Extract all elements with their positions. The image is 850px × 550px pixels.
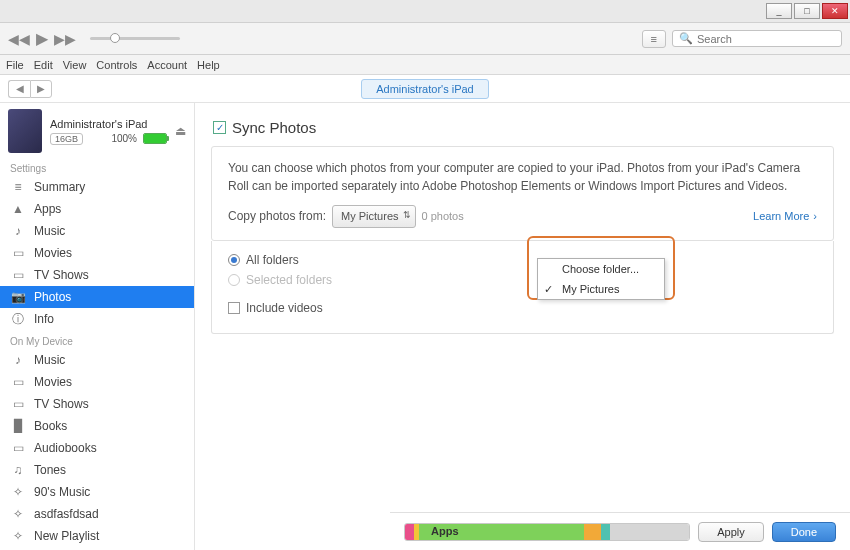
sidebar-item-new-playlist[interactable]: ✧New Playlist	[0, 525, 194, 547]
sidebar-item-label: 90's Music	[34, 485, 90, 499]
sidebar-item-icon: ▭	[10, 375, 26, 389]
done-button[interactable]: Done	[772, 522, 836, 542]
device-header: Administrator's iPad 16GB 100% ⏏	[0, 103, 194, 157]
photo-source-dropdown-menu: Choose folder... My Pictures	[537, 258, 665, 300]
menu-bar: File Edit View Controls Account Help	[0, 55, 850, 75]
device-capacity: 16GB	[50, 133, 83, 145]
sidebar-item-audiobooks[interactable]: ▭Audiobooks	[0, 437, 194, 459]
sidebar-item-icon: ✧	[10, 485, 26, 499]
minimize-button[interactable]: _	[766, 3, 792, 19]
sync-photos-checkbox[interactable]: ✓	[213, 121, 226, 134]
close-button[interactable]: ✕	[822, 3, 848, 19]
photo-source-dropdown[interactable]: My Pictures ⇅	[332, 205, 415, 228]
sidebar-item-label: Books	[34, 419, 67, 433]
sidebar-item-movies[interactable]: ▭Movies	[0, 242, 194, 264]
sidebar-item-movies[interactable]: ▭Movies	[0, 371, 194, 393]
sidebar-item-icon: ≡	[10, 180, 26, 194]
sidebar-item-label: TV Shows	[34, 397, 89, 411]
sidebar-item-label: Movies	[34, 246, 72, 260]
option-include-videos[interactable]: Include videos	[228, 301, 817, 315]
play-icon[interactable]: ▶	[36, 29, 48, 48]
radio-icon	[228, 254, 240, 266]
sidebar-item-photos[interactable]: 📷Photos	[0, 286, 194, 308]
sidebar-item-tv-shows[interactable]: ▭TV Shows	[0, 264, 194, 286]
content-pane: ✓ Sync Photos You can choose which photo…	[195, 103, 850, 550]
search-input[interactable]: 🔍	[672, 30, 842, 47]
menu-account[interactable]: Account	[147, 59, 187, 71]
usage-label: Apps	[431, 525, 459, 537]
controls-bar: ◀◀ ▶ ▶▶ ≡ 🔍	[0, 23, 850, 55]
apply-button[interactable]: Apply	[698, 522, 764, 542]
learn-more-link[interactable]: Learn More ›	[753, 208, 817, 225]
sidebar-item-icon: ▭	[10, 441, 26, 455]
section-label-settings: Settings	[0, 157, 194, 176]
storage-usage-bar: Apps	[404, 523, 690, 541]
chevron-right-icon: ›	[813, 208, 817, 225]
dropdown-option-choose-folder[interactable]: Choose folder...	[538, 259, 664, 279]
volume-slider[interactable]	[90, 37, 180, 40]
sidebar-item-label: Info	[34, 312, 54, 326]
device-name: Administrator's iPad	[50, 118, 167, 130]
sidebar-item-90-s-music[interactable]: ✧90's Music	[0, 481, 194, 503]
option-videos-label: Include videos	[246, 301, 323, 315]
window-titlebar: _ □ ✕	[0, 0, 850, 23]
sidebar-item-info[interactable]: ⓘInfo	[0, 308, 194, 330]
sidebar-item-summary[interactable]: ≡Summary	[0, 176, 194, 198]
next-icon[interactable]: ▶▶	[54, 31, 76, 47]
maximize-button[interactable]: □	[794, 3, 820, 19]
usage-segment	[601, 524, 610, 540]
sidebar-item-label: Music	[34, 224, 65, 238]
chevron-down-icon: ⇅	[403, 209, 411, 223]
sidebar-item-label: Audiobooks	[34, 441, 97, 455]
usage-segment	[405, 524, 414, 540]
sidebar-item-icon: ⓘ	[10, 311, 26, 328]
nav-forward-button[interactable]: ▶	[30, 80, 52, 98]
battery-percent: 100%	[111, 133, 137, 144]
sidebar: Administrator's iPad 16GB 100% ⏏ Setting…	[0, 103, 195, 550]
sidebar-item-icon: ▭	[10, 268, 26, 282]
sidebar-item-icon: ♫	[10, 463, 26, 477]
sidebar-item-tones[interactable]: ♫Tones	[0, 459, 194, 481]
sidebar-item-icon: ▭	[10, 397, 26, 411]
menu-edit[interactable]: Edit	[34, 59, 53, 71]
sidebar-item-music[interactable]: ♪Music	[0, 220, 194, 242]
eject-icon[interactable]: ⏏	[175, 124, 186, 138]
checkbox-icon	[228, 302, 240, 314]
sidebar-item-label: Movies	[34, 375, 72, 389]
section-label-on-device: On My Device	[0, 330, 194, 349]
menu-view[interactable]: View	[63, 59, 87, 71]
sync-photos-title: Sync Photos	[232, 119, 316, 136]
menu-file[interactable]: File	[6, 59, 24, 71]
sidebar-item-icon: ♪	[10, 353, 26, 367]
nav-back-button[interactable]: ◀	[8, 80, 30, 98]
menu-help[interactable]: Help	[197, 59, 220, 71]
sidebar-item-icon: ▲	[10, 202, 26, 216]
sidebar-item-icon: ✧	[10, 529, 26, 543]
usage-segment	[610, 524, 690, 540]
option-all-folders[interactable]: All folders	[228, 253, 817, 267]
sidebar-item-apps[interactable]: ▲Apps	[0, 198, 194, 220]
sync-options-panel: All folders Selected folders Include vid…	[211, 241, 834, 334]
sidebar-item-icon: ▉	[10, 419, 26, 433]
nav-row: ◀ ▶ Administrator's iPad	[0, 75, 850, 103]
device-pill[interactable]: Administrator's iPad	[361, 79, 488, 99]
photo-count: 0 photos	[422, 208, 464, 225]
battery-icon	[143, 133, 167, 144]
sidebar-item-icon: ♪	[10, 224, 26, 238]
playback-controls: ◀◀ ▶ ▶▶	[8, 29, 76, 48]
sidebar-item-tv-shows[interactable]: ▭TV Shows	[0, 393, 194, 415]
sidebar-item-music[interactable]: ♪Music	[0, 349, 194, 371]
sidebar-item-asdfasfdsad[interactable]: ✧asdfasfdsad	[0, 503, 194, 525]
sync-description: You can choose which photos from your co…	[228, 159, 817, 195]
previous-icon[interactable]: ◀◀	[8, 31, 30, 47]
option-selected-folders: Selected folders	[228, 273, 817, 287]
sidebar-item-icon: ✧	[10, 507, 26, 521]
list-view-button[interactable]: ≡	[642, 30, 666, 48]
menu-controls[interactable]: Controls	[96, 59, 137, 71]
sidebar-item-books[interactable]: ▉Books	[0, 415, 194, 437]
sidebar-item-label: Music	[34, 353, 65, 367]
dropdown-option-my-pictures[interactable]: My Pictures	[538, 279, 664, 299]
sidebar-item-label: Apps	[34, 202, 61, 216]
sidebar-item-label: asdfasfdsad	[34, 507, 99, 521]
search-field[interactable]	[697, 33, 835, 45]
